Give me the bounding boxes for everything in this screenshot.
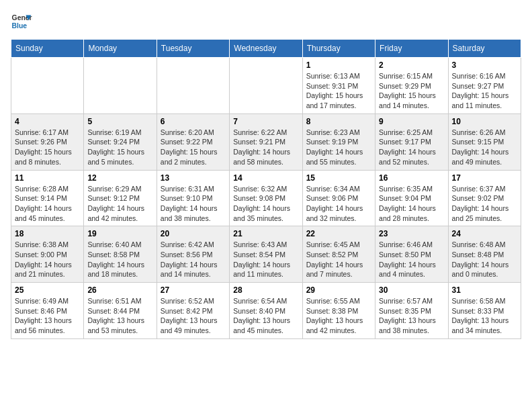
page-header: General Blue: [11, 11, 521, 32]
day-info: Sunrise: 6:52 AM Sunset: 8:42 PM Dayligh…: [161, 296, 226, 336]
day-number: 31: [452, 285, 517, 295]
calendar-week-row: 18Sunrise: 6:38 AM Sunset: 9:00 PM Dayli…: [11, 226, 521, 283]
calendar-day-cell: [157, 58, 229, 114]
calendar-day-cell: 5Sunrise: 6:19 AM Sunset: 9:24 PM Daylig…: [84, 113, 157, 170]
day-info: Sunrise: 6:58 AM Sunset: 8:33 PM Dayligh…: [452, 296, 517, 336]
day-info: Sunrise: 6:16 AM Sunset: 9:27 PM Dayligh…: [452, 71, 517, 111]
day-number: 29: [306, 285, 371, 295]
day-info: Sunrise: 6:42 AM Sunset: 8:56 PM Dayligh…: [161, 240, 226, 279]
day-number: 28: [233, 285, 298, 295]
day-info: Sunrise: 6:40 AM Sunset: 8:58 PM Dayligh…: [87, 240, 152, 279]
calendar-table: SundayMondayTuesdayWednesdayThursdayFrid…: [11, 39, 521, 339]
svg-text:Blue: Blue: [12, 22, 28, 30]
day-info: Sunrise: 6:19 AM Sunset: 9:24 PM Dayligh…: [87, 128, 152, 167]
day-number: 22: [306, 229, 371, 238]
day-number: 8: [306, 117, 371, 126]
calendar-day-cell: 7Sunrise: 6:22 AM Sunset: 9:21 PM Daylig…: [230, 113, 302, 170]
day-info: Sunrise: 6:31 AM Sunset: 9:10 PM Dayligh…: [161, 184, 226, 224]
calendar-day-cell: 22Sunrise: 6:45 AM Sunset: 8:52 PM Dayli…: [302, 226, 375, 283]
day-info: Sunrise: 6:54 AM Sunset: 8:40 PM Dayligh…: [233, 296, 298, 336]
calendar-day-cell: 16Sunrise: 6:35 AM Sunset: 9:04 PM Dayli…: [375, 170, 448, 226]
calendar-day-cell: 21Sunrise: 6:43 AM Sunset: 8:54 PM Dayli…: [230, 226, 302, 283]
day-number: 6: [161, 117, 226, 126]
logo-icon: General Blue: [11, 11, 32, 32]
day-number: 19: [87, 229, 152, 238]
calendar-day-cell: 17Sunrise: 6:37 AM Sunset: 9:02 PM Dayli…: [448, 170, 521, 226]
day-number: 24: [452, 229, 517, 238]
day-info: Sunrise: 6:22 AM Sunset: 9:21 PM Dayligh…: [233, 128, 298, 167]
day-number: 17: [452, 173, 517, 183]
calendar-day-cell: 30Sunrise: 6:57 AM Sunset: 8:35 PM Dayli…: [375, 283, 448, 339]
calendar-day-cell: 27Sunrise: 6:52 AM Sunset: 8:42 PM Dayli…: [157, 283, 229, 339]
calendar-day-cell: 4Sunrise: 6:17 AM Sunset: 9:26 PM Daylig…: [11, 113, 84, 170]
calendar-day-cell: 19Sunrise: 6:40 AM Sunset: 8:58 PM Dayli…: [84, 226, 157, 283]
day-number: 13: [161, 173, 226, 183]
calendar-day-cell: [11, 58, 84, 114]
day-number: 30: [379, 285, 444, 295]
calendar-day-cell: 18Sunrise: 6:38 AM Sunset: 9:00 PM Dayli…: [11, 226, 84, 283]
calendar-day-cell: 25Sunrise: 6:49 AM Sunset: 8:46 PM Dayli…: [11, 283, 84, 339]
day-info: Sunrise: 6:26 AM Sunset: 9:15 PM Dayligh…: [452, 128, 517, 167]
calendar-day-cell: 29Sunrise: 6:55 AM Sunset: 8:38 PM Dayli…: [302, 283, 375, 339]
calendar-day-cell: 10Sunrise: 6:26 AM Sunset: 9:15 PM Dayli…: [448, 113, 521, 170]
day-header: Thursday: [302, 40, 375, 58]
logo: General Blue: [11, 11, 32, 32]
day-info: Sunrise: 6:49 AM Sunset: 8:46 PM Dayligh…: [15, 296, 80, 336]
calendar-day-cell: 15Sunrise: 6:34 AM Sunset: 9:06 PM Dayli…: [302, 170, 375, 226]
day-header: Wednesday: [230, 40, 302, 58]
calendar-week-row: 1Sunrise: 6:13 AM Sunset: 9:31 PM Daylig…: [11, 58, 521, 114]
day-info: Sunrise: 6:38 AM Sunset: 9:00 PM Dayligh…: [15, 240, 80, 279]
day-number: 27: [161, 285, 226, 295]
day-number: 10: [452, 117, 517, 126]
day-header: Sunday: [11, 40, 84, 58]
day-info: Sunrise: 6:51 AM Sunset: 8:44 PM Dayligh…: [87, 296, 152, 336]
day-number: 25: [15, 285, 80, 295]
day-number: 5: [87, 117, 152, 126]
day-info: Sunrise: 6:37 AM Sunset: 9:02 PM Dayligh…: [452, 184, 517, 224]
calendar-day-cell: 1Sunrise: 6:13 AM Sunset: 9:31 PM Daylig…: [302, 58, 375, 114]
calendar-week-row: 4Sunrise: 6:17 AM Sunset: 9:26 PM Daylig…: [11, 113, 521, 170]
calendar-day-cell: 3Sunrise: 6:16 AM Sunset: 9:27 PM Daylig…: [448, 58, 521, 114]
calendar-day-cell: 24Sunrise: 6:48 AM Sunset: 8:48 PM Dayli…: [448, 226, 521, 283]
calendar-day-cell: 8Sunrise: 6:23 AM Sunset: 9:19 PM Daylig…: [302, 113, 375, 170]
calendar-day-cell: 11Sunrise: 6:28 AM Sunset: 9:14 PM Dayli…: [11, 170, 84, 226]
day-info: Sunrise: 6:28 AM Sunset: 9:14 PM Dayligh…: [15, 184, 80, 224]
day-info: Sunrise: 6:15 AM Sunset: 9:29 PM Dayligh…: [379, 71, 444, 111]
calendar-week-row: 11Sunrise: 6:28 AM Sunset: 9:14 PM Dayli…: [11, 170, 521, 226]
day-info: Sunrise: 6:35 AM Sunset: 9:04 PM Dayligh…: [379, 184, 444, 224]
day-info: Sunrise: 6:20 AM Sunset: 9:22 PM Dayligh…: [161, 128, 226, 167]
calendar-body: 1Sunrise: 6:13 AM Sunset: 9:31 PM Daylig…: [11, 58, 521, 339]
day-info: Sunrise: 6:48 AM Sunset: 8:48 PM Dayligh…: [452, 240, 517, 279]
day-header: Monday: [84, 40, 157, 58]
calendar-day-cell: 26Sunrise: 6:51 AM Sunset: 8:44 PM Dayli…: [84, 283, 157, 339]
calendar-week-row: 25Sunrise: 6:49 AM Sunset: 8:46 PM Dayli…: [11, 283, 521, 339]
day-number: 7: [233, 117, 298, 126]
calendar-day-cell: 6Sunrise: 6:20 AM Sunset: 9:22 PM Daylig…: [157, 113, 229, 170]
day-number: 26: [87, 285, 152, 295]
day-number: 3: [452, 60, 517, 70]
calendar-day-cell: [230, 58, 302, 114]
day-header: Friday: [375, 40, 448, 58]
calendar-day-cell: [84, 58, 157, 114]
day-number: 16: [379, 173, 444, 183]
day-info: Sunrise: 6:57 AM Sunset: 8:35 PM Dayligh…: [379, 296, 444, 336]
day-info: Sunrise: 6:25 AM Sunset: 9:17 PM Dayligh…: [379, 128, 444, 167]
calendar-day-cell: 12Sunrise: 6:29 AM Sunset: 9:12 PM Dayli…: [84, 170, 157, 226]
day-header: Saturday: [448, 40, 521, 58]
day-info: Sunrise: 6:43 AM Sunset: 8:54 PM Dayligh…: [233, 240, 298, 279]
day-info: Sunrise: 6:46 AM Sunset: 8:50 PM Dayligh…: [379, 240, 444, 279]
calendar-day-cell: 28Sunrise: 6:54 AM Sunset: 8:40 PM Dayli…: [230, 283, 302, 339]
day-header: Tuesday: [157, 40, 229, 58]
calendar-day-cell: 13Sunrise: 6:31 AM Sunset: 9:10 PM Dayli…: [157, 170, 229, 226]
day-info: Sunrise: 6:17 AM Sunset: 9:26 PM Dayligh…: [15, 128, 80, 167]
day-number: 9: [379, 117, 444, 126]
calendar-day-cell: 23Sunrise: 6:46 AM Sunset: 8:50 PM Dayli…: [375, 226, 448, 283]
day-number: 18: [15, 229, 80, 238]
day-number: 15: [306, 173, 371, 183]
day-number: 2: [379, 60, 444, 70]
calendar-day-cell: 31Sunrise: 6:58 AM Sunset: 8:33 PM Dayli…: [448, 283, 521, 339]
day-number: 23: [379, 229, 444, 238]
calendar-day-cell: 14Sunrise: 6:32 AM Sunset: 9:08 PM Dayli…: [230, 170, 302, 226]
day-info: Sunrise: 6:34 AM Sunset: 9:06 PM Dayligh…: [306, 184, 371, 224]
day-info: Sunrise: 6:29 AM Sunset: 9:12 PM Dayligh…: [87, 184, 152, 224]
